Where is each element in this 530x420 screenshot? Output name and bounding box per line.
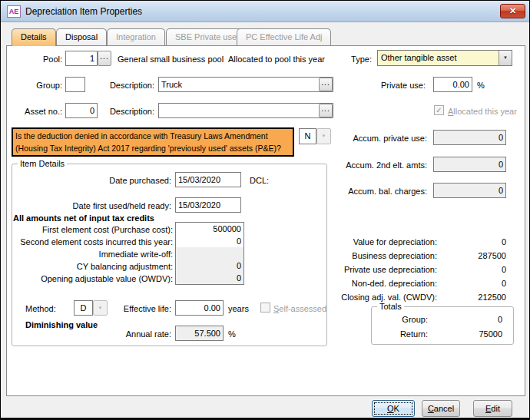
opening-adjustable-value-label: Opening adjustable value (OWDV):	[8, 273, 173, 285]
description-browse-button[interactable]: ...	[319, 78, 333, 91]
method-name-label: Diminishing value	[25, 319, 98, 331]
accum-private-use-label: Accum. private use:	[314, 132, 427, 144]
self-assessed-checkbox	[260, 303, 270, 313]
immediate-write-off-field	[176, 247, 243, 260]
tab-disposal[interactable]: Disposal	[56, 28, 107, 45]
years-label: years	[228, 303, 249, 315]
dcl-label: DCL:	[250, 174, 269, 187]
closing-adj-val-label: Closing adj. val. (CWDV):	[306, 291, 437, 303]
method-label: Method:	[25, 303, 56, 315]
cancel-button[interactable]: Cancel	[422, 400, 460, 417]
tab-integration: Integration	[107, 28, 165, 45]
accum-private-use-field: 0	[433, 130, 506, 145]
second-element-costs-input[interactable]: 0	[176, 235, 243, 247]
pool-input[interactable]: 1	[65, 51, 98, 66]
private-use-depreciation-value: 0	[441, 263, 506, 276]
pool-allocation-note: Allocated to pool this year	[228, 53, 325, 65]
private-use-percent-label: %	[477, 79, 485, 91]
item-details-title: Item Details	[18, 159, 67, 169]
dialog-window: AE Depreciation Item Properties ✕ Detail…	[0, 0, 530, 420]
cy-balancing-adjustment-label: CY balancing adjustment:	[8, 260, 173, 273]
non-ded-depreciation-label: Non-ded. depreciation:	[306, 277, 437, 289]
chevron-down-icon: ▼	[499, 51, 512, 65]
cost-value-stack: 500000 0 0 0	[175, 222, 244, 285]
business-depreciation-value: 287500	[441, 250, 506, 262]
description2-browse-button[interactable]: ...	[319, 104, 333, 117]
ok-button[interactable]: OK	[372, 400, 415, 417]
effective-life-input[interactable]: 0.00	[175, 300, 224, 316]
allocated-this-year-label: Allocated this year	[448, 105, 517, 117]
integrity-question-line1: Is the deduction denied in accordance wi…	[15, 130, 290, 142]
totals-group-label: Group:	[379, 313, 428, 326]
date-first-used-input[interactable]: 15/03/2020	[175, 197, 241, 213]
description2-label: Description:	[91, 105, 154, 117]
date-purchased-input[interactable]: 15/03/2020	[175, 172, 241, 187]
second-element-costs-label: Second element costs incurred this year:	[8, 236, 173, 248]
pool-label: Pool:	[15, 53, 62, 65]
integrity-question-box: Is the deduction denied in accordance wi…	[12, 127, 294, 157]
type-label: Type:	[326, 53, 372, 65]
private-use-input[interactable]: 0.00	[433, 77, 472, 92]
value-for-depreciation-value: 0	[441, 236, 506, 248]
accum-bal-charges-label: Accum. bal. charges:	[314, 185, 427, 197]
tab-sbe-private-use: SBE Private use	[166, 28, 246, 45]
edit-button[interactable]: Edit	[473, 400, 512, 417]
business-depreciation-label: Business depreciation:	[306, 250, 437, 262]
opening-adjustable-value-field: 0	[176, 272, 243, 284]
self-assessed-label: Self-assessed	[273, 303, 326, 315]
app-icon: AE	[7, 5, 21, 18]
description2-input[interactable]	[158, 103, 333, 118]
type-select[interactable]: Other tangible asset ▼	[377, 50, 512, 66]
allocated-this-year-checkbox: ✓	[434, 105, 444, 115]
window-title: Depreciation Item Properties	[25, 1, 142, 22]
integrity-question-line2: (Housing Tax Integrity) Act 2017 regardi…	[15, 142, 290, 154]
tab-pc-effective-life-adj: PC Effective Life Adj	[237, 28, 331, 45]
accum-2nd-elt-amts-label: Accum. 2nd elt. amts:	[314, 159, 427, 171]
pool-name-text: General small business pool	[118, 53, 224, 65]
net-amounts-note: All amounts net of input tax credits	[13, 212, 154, 224]
ellipsis-icon: ...	[321, 78, 330, 87]
immediate-write-off-label: Immediate write-off:	[8, 248, 173, 260]
date-first-used-label: Date first used/held ready:	[38, 200, 171, 212]
annual-rate-percent-label: %	[228, 328, 236, 340]
description-input[interactable]: Truck	[158, 77, 333, 92]
value-for-depreciation-label: Value for depreciation:	[306, 236, 437, 248]
non-ded-depreciation-value: 0	[441, 277, 506, 289]
titlebar: AE Depreciation Item Properties ✕	[1, 1, 529, 22]
private-use-label: Private use:	[356, 79, 426, 91]
details-tab-page: Pool: 1 ... General small business pool …	[6, 45, 525, 396]
private-use-depreciation-label: Private use depreciation:	[306, 263, 437, 276]
tab-details[interactable]: Details	[12, 28, 56, 46]
ellipsis-icon: ...	[100, 52, 108, 61]
asset-no-label: Asset no.:	[15, 105, 62, 117]
checkmark-icon: ✓	[436, 106, 442, 114]
pool-browse-button[interactable]: ...	[98, 51, 111, 66]
effective-life-label: Effective life:	[99, 303, 171, 315]
close-button[interactable]: ✕	[500, 4, 525, 18]
type-select-value: Other tangible asset	[381, 53, 456, 62]
description-label: Description:	[91, 79, 154, 91]
method-select[interactable]: D	[74, 300, 93, 316]
annual-rate-label: Annual rate:	[99, 328, 171, 340]
annual-rate-field: 57.500	[175, 326, 224, 341]
date-purchased-label: Date purchased:	[53, 174, 171, 187]
ellipsis-icon: ...	[321, 104, 330, 113]
totals-group-value: 0	[437, 313, 502, 326]
totals-return-value: 75000	[437, 328, 502, 340]
closing-adj-val-value: 212500	[441, 291, 506, 303]
accum-bal-charges-field: 0	[433, 183, 506, 198]
totals-title: Totals	[377, 302, 404, 312]
cy-balancing-adjustment-field: 0	[176, 260, 243, 272]
group-label: Group:	[15, 79, 62, 91]
group-input[interactable]	[65, 77, 85, 92]
accum-2nd-elt-amts-field: 0	[433, 157, 506, 172]
totals-return-label: Return:	[379, 328, 428, 340]
first-element-cost-input[interactable]: 500000	[176, 223, 243, 235]
first-element-cost-label: First element cost (Purchase cost):	[8, 223, 173, 236]
close-icon: ✕	[509, 6, 516, 15]
